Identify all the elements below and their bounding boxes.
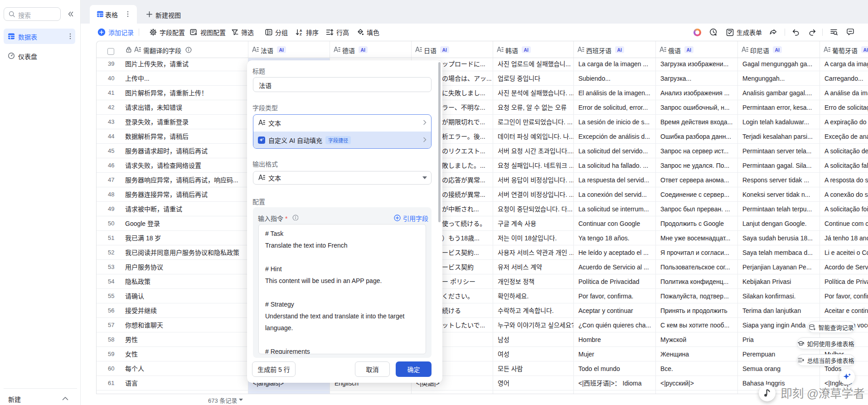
svg-text:Z: Z	[300, 32, 302, 36]
